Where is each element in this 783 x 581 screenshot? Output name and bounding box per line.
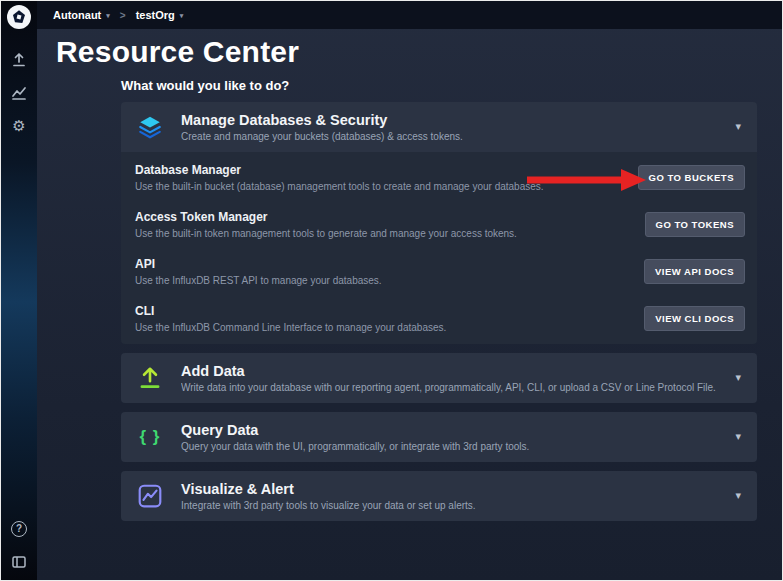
go-to-buckets-button[interactable]: GO TO BUCKETS — [638, 165, 746, 190]
main-area: Autonaut ▾ > testOrg ▾ Resource Center W… — [37, 1, 782, 580]
section-manage-databases: Manage Databases & Security Create and m… — [121, 102, 757, 344]
breadcrumb-separator: > — [120, 10, 126, 21]
section-title: Add Data — [181, 363, 717, 379]
resource-center-content: What would you like to do? Manage Databa… — [121, 78, 757, 530]
view-cli-docs-button[interactable]: VIEW CLI DOCS — [644, 306, 745, 331]
section-header-manage-databases[interactable]: Manage Databases & Security Create and m… — [121, 102, 757, 152]
chevron-down-icon: ▾ — [180, 12, 184, 19]
influxdb-logo-mark — [11, 9, 27, 25]
layers-icon — [135, 114, 165, 140]
row-title: API — [135, 257, 632, 271]
load-data-icon[interactable] — [10, 51, 28, 69]
view-api-docs-button[interactable]: VIEW API DOCS — [644, 259, 745, 284]
section-title: Query Data — [181, 422, 717, 438]
section-header-add-data[interactable]: Add Data Write data into your database w… — [121, 353, 757, 403]
nav-icon-group: ⚙ — [10, 51, 28, 135]
section-description: Integrate with 3rd party tools to visual… — [181, 500, 717, 511]
page-question: What would you like to do? — [121, 78, 757, 93]
section-title: Manage Databases & Security — [181, 112, 717, 128]
resource-row-access-token-manager: Access Token Manager Use the built-in to… — [121, 201, 757, 248]
section-body-manage-databases: Database Manager Use the built-in bucket… — [121, 152, 757, 344]
settings-gear-icon[interactable]: ⚙ — [10, 117, 28, 135]
upload-arrow-icon — [135, 365, 165, 391]
section-title: Visualize & Alert — [181, 481, 717, 497]
section-header-visualize-alert[interactable]: Visualize & Alert Integrate with 3rd par… — [121, 471, 757, 521]
row-description: Use the InfluxDB Command Line Interface … — [135, 322, 632, 333]
chart-icon — [135, 483, 165, 509]
section-description: Query your data with the UI, programmati… — [181, 441, 717, 452]
influxdb-logo[interactable] — [7, 5, 31, 29]
app-window: ⚙ ? Autonaut ▾ > testOrg ▾ — [0, 0, 783, 581]
row-title: CLI — [135, 304, 632, 318]
go-to-tokens-button[interactable]: GO TO TOKENS — [645, 212, 746, 237]
nav-bottom-group: ? — [1, 520, 37, 571]
row-title: Database Manager — [135, 163, 626, 177]
section-visualize-alert: Visualize & Alert Integrate with 3rd par… — [121, 471, 757, 521]
section-description: Create and manage your buckets (database… — [181, 131, 717, 142]
chevron-down-icon[interactable]: ▾ — [733, 489, 743, 502]
section-description: Write data into your database with our r… — [181, 382, 717, 393]
section-add-data: Add Data Write data into your database w… — [121, 353, 757, 403]
chevron-down-icon[interactable]: ▾ — [733, 120, 743, 133]
chevron-down-icon: ▾ — [106, 12, 110, 19]
section-query-data: { } Query Data Query your data with the … — [121, 412, 757, 462]
section-header-query-data[interactable]: { } Query Data Query your data with the … — [121, 412, 757, 462]
resource-row-cli: CLI Use the InfluxDB Command Line Interf… — [121, 295, 757, 342]
data-explorer-graph-icon[interactable] — [10, 84, 28, 102]
help-icon[interactable]: ? — [10, 520, 28, 538]
chevron-down-icon[interactable]: ▾ — [733, 371, 743, 384]
org-name: Autonaut — [53, 9, 101, 21]
toggle-panel-icon[interactable] — [10, 553, 28, 571]
breadcrumb: Autonaut ▾ > testOrg ▾ — [37, 1, 782, 29]
chevron-down-icon[interactable]: ▾ — [733, 430, 743, 443]
row-description: Use the InfluxDB REST API to manage your… — [135, 275, 632, 286]
page-title: Resource Center — [56, 35, 782, 70]
suborg-name: testOrg — [136, 9, 175, 21]
row-title: Access Token Manager — [135, 210, 633, 224]
org-dropdown[interactable]: Autonaut ▾ — [53, 9, 110, 21]
resource-row-api: API Use the InfluxDB REST API to manage … — [121, 248, 757, 295]
braces-icon: { } — [135, 427, 165, 447]
nav-sidebar: ⚙ ? — [1, 1, 37, 580]
row-description: Use the built-in token management tools … — [135, 228, 633, 239]
row-description: Use the built-in bucket (database) manag… — [135, 181, 626, 192]
suborg-dropdown[interactable]: testOrg ▾ — [136, 9, 184, 21]
resource-row-database-manager: Database Manager Use the built-in bucket… — [121, 154, 757, 201]
